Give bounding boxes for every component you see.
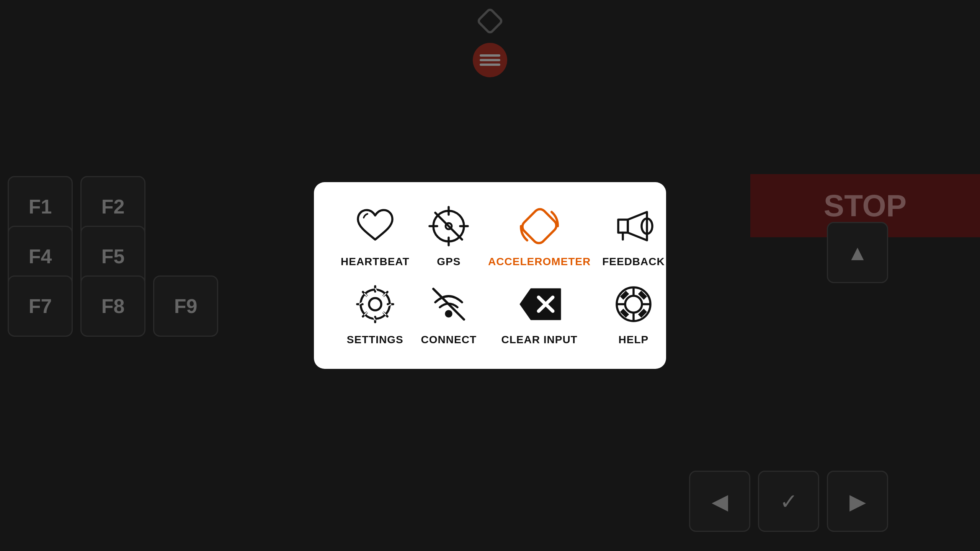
settings-label: SETTINGS — [347, 334, 403, 346]
help-item[interactable]: HELP — [602, 283, 665, 346]
heartbeat-label: HEARTBEAT — [341, 256, 410, 268]
settings-icon — [352, 283, 398, 325]
clear-input-icon — [516, 283, 562, 325]
feedback-label: FEEDBACK — [602, 256, 665, 268]
accelerometer-item[interactable]: ACCELEROMETER — [488, 205, 591, 268]
svg-point-14 — [369, 298, 381, 310]
accelerometer-icon — [516, 205, 562, 247]
clear-input-label: CLEAR INPUT — [501, 334, 577, 346]
svg-point-16 — [446, 311, 451, 316]
heartbeat-icon — [352, 205, 398, 247]
connect-item[interactable]: CONNECT — [421, 283, 477, 346]
connect-icon — [426, 283, 472, 325]
help-label: HELP — [619, 334, 649, 346]
heartbeat-item[interactable]: HEARTBEAT — [341, 205, 410, 268]
accelerometer-label: ACCELEROMETER — [488, 256, 591, 268]
gps-item[interactable]: GPS — [421, 205, 477, 268]
clear-input-item[interactable]: CLEAR INPUT — [488, 283, 591, 346]
modal-overlay: HEARTBEAT GPS — [0, 0, 980, 551]
gps-label: GPS — [437, 256, 461, 268]
feedback-item[interactable]: FEEDBACK — [602, 205, 665, 268]
feedback-icon — [611, 205, 657, 247]
help-icon — [611, 283, 657, 325]
svg-line-10 — [435, 213, 462, 240]
gps-icon — [426, 205, 472, 247]
settings-item[interactable]: SETTINGS — [341, 283, 410, 346]
menu-modal: HEARTBEAT GPS — [314, 182, 666, 369]
svg-point-21 — [625, 296, 642, 313]
connect-label: CONNECT — [421, 334, 477, 346]
